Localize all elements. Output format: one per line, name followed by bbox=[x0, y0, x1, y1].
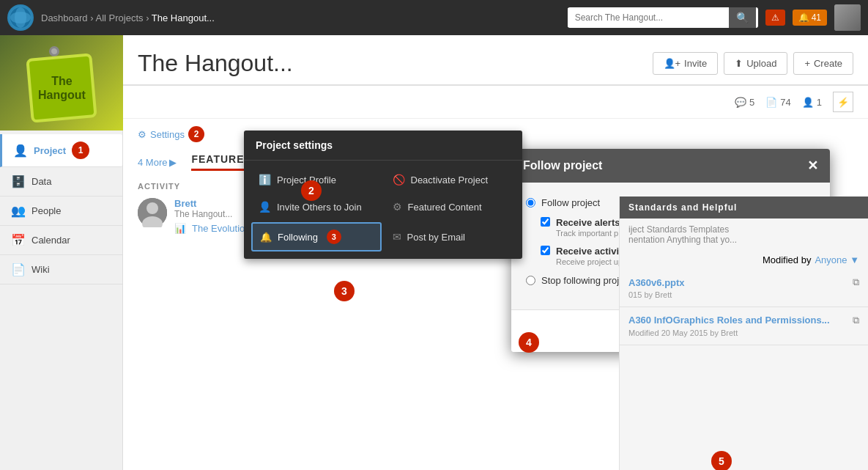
modal-title: Follow project bbox=[523, 159, 602, 172]
sidebar-item-project-label: Project bbox=[34, 145, 66, 156]
sidebar: TheHangout 👤 Project 1 🗄️ Data 👥 People … bbox=[0, 35, 123, 470]
stat-people: 👤 1 bbox=[802, 92, 822, 112]
user-avatar[interactable] bbox=[834, 4, 861, 31]
invite-label: Invite bbox=[684, 58, 707, 69]
featured-header: Standards and Helpful bbox=[620, 197, 868, 219]
stats-bar: 💬 5 📄 74 👤 1 ⚡ bbox=[123, 86, 868, 119]
breadcrumb: Dashboard › All Projects › The Hangout..… bbox=[41, 12, 560, 23]
step2-badge: 2 bbox=[301, 180, 322, 201]
featured-file-2-meta: Modified 20 May 2015 by Brett bbox=[628, 328, 859, 337]
copy-icon-1[interactable]: ⧉ bbox=[853, 276, 859, 288]
sidebar-item-project[interactable]: 👤 Project 1 bbox=[0, 134, 122, 167]
sidebar-item-calendar[interactable]: 📅 Calendar bbox=[0, 226, 122, 255]
bell-count: 41 bbox=[812, 12, 821, 23]
notifications-button[interactable]: 🔔 41 bbox=[793, 10, 827, 26]
invite-button[interactable]: 👤+ Invite bbox=[653, 52, 719, 75]
file-icon: 📊 bbox=[174, 223, 186, 234]
dropdown-item-following[interactable]: 🔔 Following 3 bbox=[251, 222, 382, 251]
project-image: TheHangout bbox=[0, 35, 123, 131]
search-input[interactable] bbox=[568, 8, 729, 27]
create-label: Create bbox=[814, 58, 842, 69]
calendar-icon: 📅 bbox=[11, 233, 26, 247]
step4-badge: 4 bbox=[519, 332, 539, 353]
email-icon: ✉ bbox=[393, 231, 401, 243]
sidebar-item-people[interactable]: 👥 People bbox=[0, 197, 122, 226]
alert-button[interactable]: ⚠ bbox=[765, 10, 785, 26]
upload-button[interactable]: ⬆ Upload bbox=[724, 52, 787, 75]
step3-badge-overlay: 3 bbox=[334, 281, 355, 301]
files-icon: 📄 bbox=[765, 97, 777, 108]
dropdown-item-postemail[interactable]: ✉ Post by Email bbox=[385, 222, 516, 251]
share-button[interactable]: ⚡ bbox=[833, 92, 853, 112]
invite-icon: 👤+ bbox=[664, 58, 681, 69]
dropdown-invite-label: Invite Others to Join bbox=[277, 202, 362, 213]
files-count: 74 bbox=[780, 97, 790, 108]
settings-label: Settings bbox=[150, 129, 185, 140]
following-badge: 3 bbox=[327, 230, 341, 244]
main-layout: TheHangout 👤 Project 1 🗄️ Data 👥 People … bbox=[0, 35, 868, 470]
create-button[interactable]: + Create bbox=[793, 52, 853, 75]
featured-file-1: A360v6.pptx ⧉ 015 by Brett bbox=[620, 269, 868, 307]
featured-filter: Modified by Anyone ▼ bbox=[620, 251, 868, 269]
featured-icon: ⚙ bbox=[393, 201, 402, 213]
svg-point-4 bbox=[146, 202, 158, 214]
step5-badge: 5 bbox=[711, 451, 732, 470]
featured-file-2-row: A360 InfOGraphics Roles and Permissions.… bbox=[628, 315, 859, 326]
copy-icon-2[interactable]: ⧉ bbox=[853, 315, 859, 326]
follow-radio[interactable] bbox=[526, 198, 535, 208]
search-bar: 🔍 bbox=[568, 7, 758, 28]
featured-file-2-title[interactable]: A360 InfOGraphics Roles and Permissions.… bbox=[628, 315, 830, 326]
step4-badge-overlay: 4 bbox=[519, 332, 539, 353]
people-stat-icon: 👤 bbox=[802, 97, 814, 108]
anyone-dropdown[interactable]: Anyone ▼ bbox=[815, 254, 859, 265]
people-icon: 👥 bbox=[11, 204, 26, 218]
sidebar-item-data[interactable]: 🗄️ Data bbox=[0, 167, 122, 197]
following-icon: 🔔 bbox=[260, 232, 272, 243]
search-button[interactable]: 🔍 bbox=[729, 7, 756, 28]
dropdown-email-label: Post by Email bbox=[407, 232, 465, 243]
gear-icon: ⚙ bbox=[138, 129, 146, 140]
alerts-checkbox[interactable] bbox=[541, 217, 550, 227]
sidebar-item-wiki[interactable]: 📄 Wiki bbox=[0, 255, 122, 284]
header-actions: 👤+ Invite ⬆ Upload + Create bbox=[653, 52, 854, 75]
close-icon[interactable]: ✕ bbox=[807, 158, 818, 174]
featured-header-label: Standards and Helpful bbox=[628, 202, 737, 213]
project-header: The Hangout... 👤+ Invite ⬆ Upload + Crea… bbox=[123, 35, 868, 86]
featured-file-1-row: A360v6.pptx ⧉ bbox=[628, 276, 859, 288]
breadcrumb-dashboard[interactable]: Dashboard bbox=[41, 12, 88, 23]
upload-icon: ⬆ bbox=[735, 58, 743, 69]
dropdown-item-deactivate[interactable]: 🚫 Deactivate Project bbox=[385, 168, 516, 191]
breadcrumb-allprojects[interactable]: All Projects bbox=[95, 12, 143, 23]
page-title: The Hangout... bbox=[138, 50, 293, 77]
featured-panel: Standards and Helpful iject Standards Te… bbox=[619, 197, 868, 470]
stop-follow-radio[interactable] bbox=[526, 276, 535, 285]
project-settings-dropdown: Project settings ℹ️ Project Profile 🚫 De… bbox=[244, 131, 522, 259]
deactivate-icon: 🚫 bbox=[393, 174, 405, 186]
app-logo[interactable] bbox=[7, 4, 34, 31]
dropdown-featured-label: Featured Content bbox=[408, 202, 482, 213]
wiki-icon: 📄 bbox=[11, 262, 26, 276]
more-link[interactable]: 4 More ▶ bbox=[138, 157, 177, 168]
sidebar-nav: 👤 Project 1 🗄️ Data 👥 People 📅 Calendar … bbox=[0, 131, 122, 288]
breadcrumb-current: The Hangout... bbox=[152, 12, 215, 23]
profile-icon: ℹ️ bbox=[259, 174, 271, 186]
modal-header: Follow project ✕ bbox=[511, 149, 830, 183]
modified-label: Modified by bbox=[763, 254, 811, 265]
featured-file-2: A360 InfOGraphics Roles and Permissions.… bbox=[620, 307, 868, 345]
sidebar-item-wiki-label: Wiki bbox=[31, 264, 50, 275]
sidebar-item-calendar-label: Calendar bbox=[31, 235, 70, 246]
featured-file-1-meta: 015 by Brett bbox=[628, 290, 859, 299]
anyone-label: Anyone bbox=[815, 254, 847, 265]
svg-point-2 bbox=[10, 12, 31, 23]
more-label: 4 More bbox=[138, 157, 167, 168]
dropdown-item-featured[interactable]: ⚙ Featured Content bbox=[385, 195, 516, 219]
activity-feed-checkbox[interactable] bbox=[541, 246, 550, 255]
comments-count: 5 bbox=[749, 97, 754, 108]
alert-icon: ⚠ bbox=[771, 12, 779, 23]
step2-badge-overlay: 2 bbox=[301, 180, 322, 201]
main-content: The Hangout... 👤+ Invite ⬆ Upload + Crea… bbox=[123, 35, 868, 470]
stat-comments: 💬 5 bbox=[735, 92, 754, 112]
featured-file-1-title[interactable]: A360v6.pptx bbox=[628, 277, 685, 288]
comments-icon: 💬 bbox=[735, 97, 746, 108]
upload-label: Upload bbox=[746, 58, 776, 69]
